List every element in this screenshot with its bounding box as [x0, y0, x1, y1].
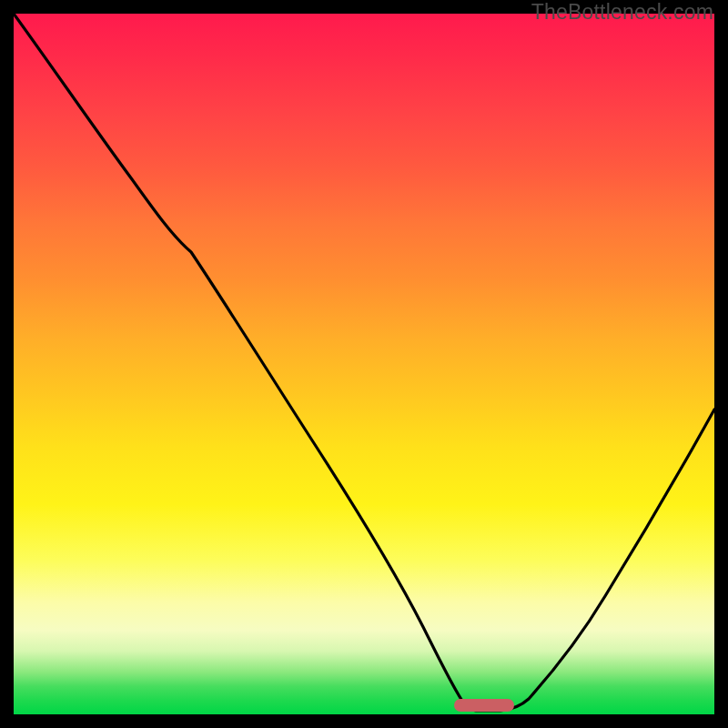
curve-path — [14, 14, 714, 711]
bottleneck-curve — [14, 14, 714, 714]
chart-frame: TheBottleneck.com — [0, 0, 728, 728]
optimal-range-marker — [454, 699, 514, 712]
watermark-text: TheBottleneck.com — [531, 0, 713, 25]
